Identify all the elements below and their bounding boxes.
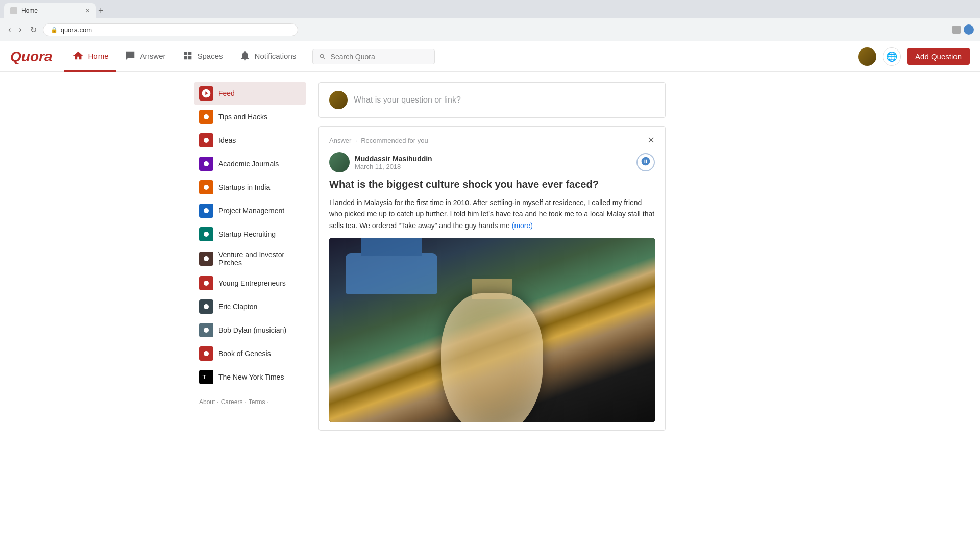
sidebar-item-tips-hacks-label: Tips and Hacks bbox=[218, 113, 267, 121]
tips-hacks-icon bbox=[199, 110, 213, 124]
extensions-icon[interactable] bbox=[952, 26, 961, 34]
author-info: Muddassir Masihuddin March 11, 2018 bbox=[355, 155, 432, 170]
sidebar-item-bob-dylan[interactable]: Bob Dylan (musician) bbox=[194, 319, 306, 341]
tab-close-button[interactable]: ✕ bbox=[85, 8, 90, 14]
url-text: quora.com bbox=[61, 26, 92, 34]
answer-image bbox=[329, 238, 655, 422]
bell-icon bbox=[239, 50, 251, 61]
svg-point-0 bbox=[204, 114, 209, 119]
about-link[interactable]: About bbox=[199, 398, 215, 406]
sidebar-item-ideas[interactable]: Ideas bbox=[194, 129, 306, 152]
profile-icon[interactable] bbox=[964, 24, 974, 35]
language-button[interactable]: 🌐 bbox=[883, 47, 901, 66]
sidebar-item-venture-investor[interactable]: Venture and Investor Pitches bbox=[194, 246, 306, 271]
answer-text: I landed in Malaysia for the first time … bbox=[329, 198, 654, 230]
tab-bar: Home ✕ + bbox=[0, 0, 980, 18]
startup-recruiting-icon bbox=[199, 227, 213, 241]
back-button[interactable]: ‹ bbox=[6, 23, 13, 36]
nav-answer[interactable]: Answer bbox=[116, 41, 174, 72]
quora-logo[interactable]: Quora bbox=[10, 48, 52, 65]
quora-header: Quora Home Answer Spaces bbox=[0, 41, 980, 72]
nav-spaces[interactable]: Spaces bbox=[174, 41, 231, 72]
user-avatar[interactable] bbox=[858, 47, 876, 66]
answer-badge[interactable] bbox=[636, 153, 655, 171]
sidebar-item-project-management[interactable]: Project Management bbox=[194, 199, 306, 222]
svg-point-7 bbox=[204, 281, 209, 286]
bag-shape bbox=[441, 293, 543, 422]
svg-point-10 bbox=[204, 351, 209, 356]
ask-placeholder: What is your question or link? bbox=[354, 95, 461, 105]
sidebar-footer: About · Careers · Terms · bbox=[194, 398, 306, 406]
search-input[interactable] bbox=[331, 53, 429, 61]
close-button[interactable]: ✕ bbox=[647, 135, 655, 146]
toolbar-right bbox=[952, 24, 974, 35]
nav-home-label: Home bbox=[88, 52, 108, 60]
recommended-label: Recommended for you bbox=[361, 137, 428, 144]
academic-journals-icon bbox=[199, 157, 213, 171]
add-question-button[interactable]: Add Question bbox=[907, 48, 970, 65]
startups-india-icon bbox=[199, 180, 213, 194]
header-right: 🌐 Add Question bbox=[858, 47, 970, 66]
address-bar[interactable]: 🔒 quora.com bbox=[43, 23, 298, 36]
svg-point-4 bbox=[204, 208, 209, 213]
sidebar-item-feed-label: Feed bbox=[218, 89, 235, 97]
sidebar-item-academic-journals-label: Academic Journals bbox=[218, 160, 279, 168]
svg-point-9 bbox=[204, 328, 209, 333]
sidebar-item-young-entrepreneurs[interactable]: Young Entrepreneurs bbox=[194, 272, 306, 294]
svg-point-2 bbox=[204, 161, 209, 166]
new-tab-button[interactable]: + bbox=[98, 6, 104, 16]
refresh-button[interactable]: ↻ bbox=[28, 23, 39, 37]
answer-preview: I landed in Malaysia for the first time … bbox=[329, 197, 655, 231]
car-roof bbox=[361, 238, 422, 256]
ideas-icon bbox=[199, 133, 213, 147]
tab-title: Home bbox=[21, 7, 38, 14]
svg-point-5 bbox=[204, 232, 209, 237]
nav-notifications[interactable]: Notifications bbox=[231, 41, 305, 72]
answer-badge-icon bbox=[641, 156, 651, 168]
sidebar-item-young-entrepreneurs-label: Young Entrepreneurs bbox=[218, 279, 286, 287]
sidebar-item-startup-recruiting[interactable]: Startup Recruiting bbox=[194, 223, 306, 245]
main-feed: What is your question or link? Answer · … bbox=[318, 82, 666, 439]
browser-tab[interactable]: Home ✕ bbox=[4, 3, 96, 18]
svg-point-6 bbox=[204, 256, 209, 261]
book-genesis-icon bbox=[199, 346, 213, 361]
sidebar-item-startups-india[interactable]: Startups in India bbox=[194, 176, 306, 198]
sidebar-item-book-genesis[interactable]: Book of Genesis bbox=[194, 342, 306, 365]
home-icon bbox=[72, 50, 84, 61]
browser-toolbar: ‹ › ↻ 🔒 quora.com bbox=[0, 18, 980, 41]
forward-button[interactable]: › bbox=[17, 23, 23, 36]
ask-box[interactable]: What is your question or link? bbox=[318, 82, 666, 118]
careers-link[interactable]: Careers bbox=[221, 398, 243, 406]
sidebar-item-tips-hacks[interactable]: Tips and Hacks bbox=[194, 106, 306, 128]
feed-card-header: Answer · Recommended for you ✕ bbox=[329, 135, 655, 146]
nav-home[interactable]: Home bbox=[64, 41, 116, 72]
author-name[interactable]: Muddassir Masihuddin bbox=[355, 155, 432, 163]
sidebar-item-nyt[interactable]: T The New York Times bbox=[194, 366, 306, 388]
sidebar-item-bob-dylan-label: Bob Dylan (musician) bbox=[218, 326, 286, 334]
question-title[interactable]: What is the biggest culture shock you ha… bbox=[329, 178, 655, 191]
answer-label: Answer bbox=[329, 137, 351, 144]
eric-clapton-icon bbox=[199, 299, 213, 314]
quora-app: Quora Home Answer Spaces bbox=[0, 41, 980, 439]
project-management-icon bbox=[199, 204, 213, 218]
sidebar-item-academic-journals[interactable]: Academic Journals bbox=[194, 153, 306, 175]
bob-dylan-icon bbox=[199, 323, 213, 337]
more-link[interactable]: (more) bbox=[512, 221, 533, 230]
nav-answer-label: Answer bbox=[140, 52, 165, 60]
tab-favicon bbox=[10, 7, 17, 14]
feed-card-author: Muddassir Masihuddin March 11, 2018 bbox=[329, 152, 655, 172]
sidebar-item-eric-clapton[interactable]: Eric Clapton bbox=[194, 295, 306, 318]
sidebar-item-nyt-label: The New York Times bbox=[218, 373, 284, 381]
nyt-icon: T bbox=[199, 370, 213, 384]
svg-point-3 bbox=[204, 185, 209, 190]
spaces-icon bbox=[182, 50, 193, 61]
sidebar-item-feed[interactable]: Feed bbox=[194, 82, 306, 105]
feed-card-meta: Answer · Recommended for you bbox=[329, 137, 428, 144]
svg-point-8 bbox=[204, 304, 209, 309]
feed-icon bbox=[199, 86, 213, 101]
browser-chrome: Home ✕ + ‹ › ↻ 🔒 quora.com bbox=[0, 0, 980, 41]
svg-text:T: T bbox=[203, 373, 206, 380]
terms-link[interactable]: Terms bbox=[249, 398, 265, 406]
lock-icon: 🔒 bbox=[51, 27, 58, 33]
search-bar[interactable] bbox=[312, 49, 435, 64]
